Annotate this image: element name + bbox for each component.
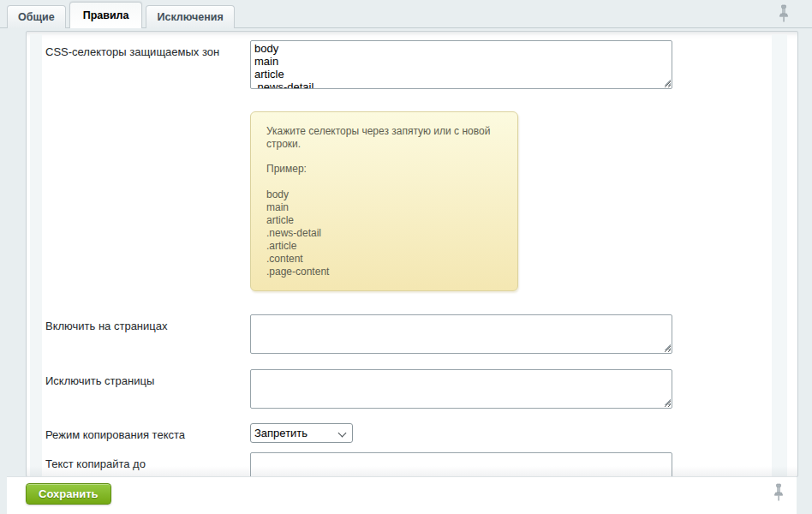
tab-general[interactable]: Общие xyxy=(7,5,66,28)
copyright-before-textarea[interactable] xyxy=(250,452,672,477)
form-row-copyright-before: Текст копирайта до xyxy=(45,452,769,477)
hint-example-list: body main article .news-detail .article … xyxy=(266,188,502,278)
tab-list: Общие Правила Исключения xyxy=(7,2,238,28)
scrollbar-track[interactable] xyxy=(772,34,787,476)
tab-exceptions[interactable]: Исключения xyxy=(146,5,234,28)
tab-bar: Общие Правила Исключения xyxy=(0,0,812,28)
form-row-include-pages: Включить на страницах xyxy=(45,314,769,357)
panel-left-inset xyxy=(30,34,42,476)
pin-icon[interactable] xyxy=(778,4,790,23)
form-row-copy-mode: Режим копирования текста Запретить xyxy=(45,423,769,443)
hint-intro-text: Укажите селекторы через запятую или с но… xyxy=(266,125,502,151)
copy-mode-label: Режим копирования текста xyxy=(45,423,250,441)
include-pages-label: Включить на страницах xyxy=(45,314,250,332)
css-selectors-label: CSS-селекторы защищаемых зон xyxy=(45,40,250,58)
css-selectors-textarea[interactable]: body main article .news-detail .article xyxy=(250,40,672,89)
footer-bar: Сохранить xyxy=(7,477,797,514)
exclude-pages-textarea[interactable] xyxy=(250,369,672,409)
save-button[interactable]: Сохранить xyxy=(26,483,111,505)
copy-mode-select[interactable]: Запретить xyxy=(250,423,353,443)
tab-content-panel: CSS-селекторы защищаемых зон body main a… xyxy=(26,31,798,477)
form-row-exclude-pages: Исключить страницы xyxy=(45,369,769,412)
tab-rules[interactable]: Правила xyxy=(69,2,143,28)
hint-example-title: Пример: xyxy=(266,163,502,176)
exclude-pages-label: Исключить страницы xyxy=(45,369,250,387)
pin-icon[interactable] xyxy=(773,483,785,502)
copyright-before-label: Текст копирайта до xyxy=(45,452,250,470)
copy-mode-select-wrap: Запретить xyxy=(250,423,353,443)
form-row-css-selectors: CSS-селекторы защищаемых зон body main a… xyxy=(45,40,769,291)
include-pages-textarea[interactable] xyxy=(250,314,672,354)
hint-note: Укажите селекторы через запятую или с но… xyxy=(250,111,518,291)
settings-form: CSS-селекторы защищаемых зон body main a… xyxy=(45,32,769,477)
